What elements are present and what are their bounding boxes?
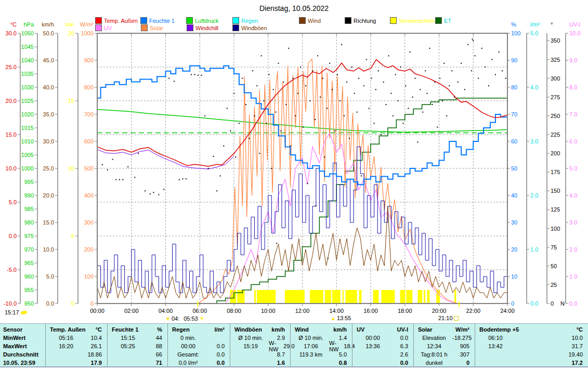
axis-wm2: 01002003004005006007008009001000W/m²: [80, 21, 97, 307]
svg-text:10: 10: [511, 273, 517, 280]
svg-text:1015: 1015: [21, 125, 34, 131]
svg-text:400: 400: [84, 192, 94, 199]
svg-text:14:00: 14:00: [329, 308, 344, 314]
cell-value: 2.6: [400, 351, 408, 358]
svg-text:hPa: hPa: [23, 21, 34, 28]
cell-time: Tag:8:01 h: [418, 351, 450, 358]
axis-lm2: 0.01.02.03.04.05.0l/m²: [527, 21, 540, 307]
created-time-label: 15:17: [5, 309, 19, 315]
svg-text:0: 0: [90, 300, 94, 307]
column-feuchte-1: Feuchte 1%15:154405:25886671: [107, 324, 167, 366]
svg-text:l/m²: l/m²: [530, 21, 540, 28]
cell-time: Ø 10 min.: [234, 335, 267, 341]
axis-deg: 0N25507510012515017520022525027530032535…: [547, 21, 565, 307]
cell-value: 0: [466, 360, 469, 366]
cell-time: 15:19: [234, 343, 267, 349]
cell-value: 0.0: [400, 335, 408, 341]
svg-text:30.0: 30.0: [43, 138, 54, 144]
series-sonnenschein: [230, 290, 456, 304]
svg-text:08:00: 08:00: [227, 308, 241, 314]
svg-text:02:00: 02:00: [124, 308, 139, 314]
svg-text:950: 950: [24, 300, 34, 307]
svg-text:350: 350: [551, 37, 560, 44]
svg-text:225: 225: [551, 131, 560, 138]
svg-text:4.0: 4.0: [569, 192, 577, 199]
axis-kmh: 0.05.010.015.020.025.030.035.040.045.050…: [42, 21, 58, 307]
svg-text:80: 80: [511, 84, 517, 90]
cell-value: 66: [156, 351, 162, 358]
column-unit: km/h: [333, 326, 347, 333]
cell-time: 06:10: [479, 335, 512, 341]
cell-value: 0.0: [400, 360, 408, 366]
svg-text:990: 990: [24, 192, 34, 199]
column-unit: °C: [577, 326, 583, 333]
sunset-icon: [454, 316, 459, 321]
svg-text:50: 50: [511, 165, 517, 172]
svg-text:35.0: 35.0: [43, 111, 54, 117]
svg-text:75: 75: [551, 244, 557, 251]
sensor-label-column: SensorMinWertMaxWertDurchschnitt10.05. 2…: [0, 324, 45, 366]
cell-direction: W-NW: [329, 340, 338, 352]
weather-chart-page: { "title": "Dienstag, 10.05.2022", "crea…: [0, 0, 588, 369]
svg-text:6.0: 6.0: [569, 138, 577, 144]
column-regen: Regenl/m²0 min.00:000.0Gesamt:0.00.0 l/m…: [167, 324, 230, 366]
svg-text:1040: 1040: [21, 57, 34, 63]
svg-text:5.0: 5.0: [46, 273, 54, 280]
svg-text:20: 20: [68, 30, 74, 36]
cell-time: 13:42: [479, 343, 512, 349]
axis-hpa: 9509559609659709759809859909951000100510…: [21, 21, 37, 307]
svg-text:0.0: 0.0: [46, 300, 54, 307]
cell-time: 119.3 km: [295, 351, 327, 358]
cell-value: 71: [156, 360, 162, 366]
cell-time: 00:00: [172, 343, 204, 349]
svg-text:22:00: 22:00: [466, 308, 480, 314]
row-label: MinWert: [3, 335, 25, 341]
svg-text:25.0: 25.0: [6, 64, 17, 70]
plot-area: -10.0-5.00.05.010.015.020.025.030.0°C950…: [0, 0, 588, 323]
cell-value: 18.86: [87, 351, 102, 358]
table-header-sensor: Sensor: [3, 326, 22, 333]
column-title: UV: [357, 326, 364, 333]
svg-text:325: 325: [551, 57, 560, 63]
sunrise-annotation: ▼ 04: 05:53 ☀: [165, 315, 205, 322]
svg-text:N: N: [560, 300, 565, 307]
column-unit: l/m²: [214, 326, 225, 333]
cell-time: Ø 10 min.: [295, 335, 327, 341]
cell-value: 307: [460, 351, 469, 358]
svg-text:3.0: 3.0: [530, 138, 538, 144]
column-unit: W/m²: [455, 326, 469, 333]
cell-value: 8.7: [277, 351, 285, 358]
svg-text:-5.0: -5.0: [7, 267, 17, 273]
svg-text:4.0: 4.0: [530, 84, 538, 90]
svg-text:275: 275: [551, 94, 560, 100]
svg-text:9.0: 9.0: [569, 57, 577, 63]
moonset-icon: ▼: [165, 316, 171, 322]
svg-text:1035: 1035: [21, 71, 34, 77]
svg-text:20.0: 20.0: [6, 98, 17, 104]
svg-text:975: 975: [24, 233, 34, 239]
svg-text:965: 965: [24, 260, 34, 266]
svg-text:250: 250: [551, 113, 560, 119]
cell-time: 0 min.: [172, 335, 204, 341]
svg-text:60: 60: [511, 138, 517, 144]
column-unit: km/h: [271, 326, 285, 333]
svg-text:1010: 1010: [21, 138, 34, 144]
cell-value: 17.9: [91, 360, 102, 366]
svg-text:10.0: 10.0: [6, 165, 17, 172]
column-title: Bodentemp +5: [479, 326, 519, 333]
cell-time: 13:36: [357, 343, 389, 349]
svg-text:0: 0: [511, 300, 514, 307]
axis-min: 05101520min: [65, 21, 78, 307]
svg-text:°: °: [551, 21, 553, 28]
stats-table: SensorMinWertMaxWertDurchschnitt10.05. 2…: [0, 323, 588, 367]
column-solar: SolarW/m²Elevation-18.27512:34905Tag:8:0…: [413, 324, 475, 366]
axis-uv: 0.01.02.03.04.05.06.07.08.09.010.0UV-I: [566, 21, 580, 307]
cell-time: 17:06: [295, 343, 327, 349]
column-wind: Windkm/hØ 10 min.1.417:06W-NW18.4119.3 k…: [290, 324, 352, 366]
svg-text:15: 15: [68, 98, 74, 104]
svg-text:15.0: 15.0: [6, 131, 17, 138]
cell-value: 0.8: [339, 360, 347, 366]
cell-value: 0.0: [217, 360, 225, 366]
svg-text:16:00: 16:00: [363, 308, 378, 314]
svg-text:40.0: 40.0: [43, 84, 54, 90]
